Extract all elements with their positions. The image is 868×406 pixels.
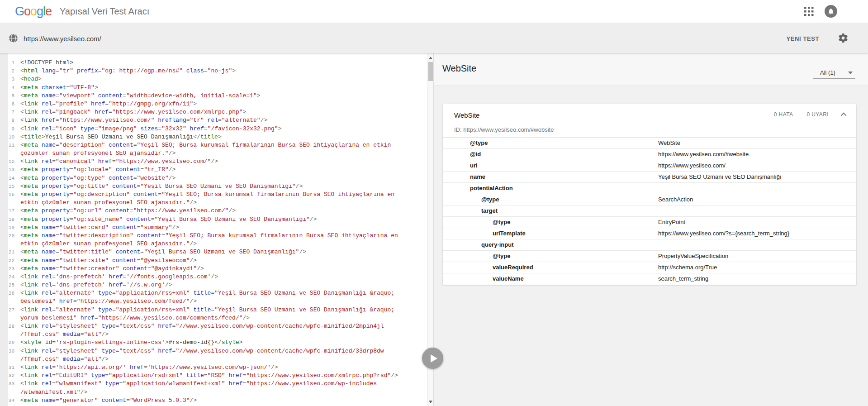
code-line: 12<link rel="canonical" href="https://ww…	[0, 158, 427, 166]
code-line: 8<link href="https://www.yesilseo.com/" …	[0, 116, 427, 124]
code-line-wrap: /wlwmanifest.xml"/>	[0, 388, 427, 396]
code-text: <meta property="og:site_name" content="Y…	[20, 216, 317, 223]
code-line-wrap: çözümler sunan profesyonel SEO ajansıdır…	[0, 149, 427, 158]
line-number: 27	[0, 306, 14, 314]
apps-grid-icon[interactable]	[804, 7, 814, 16]
code-text: <meta name="twitter:card" content="summa…	[20, 224, 179, 231]
code-line: 13<meta property="og:locale" content="tr…	[0, 166, 427, 174]
code-line: 34<meta name="generator" content="WordPr…	[0, 396, 427, 405]
line-number: 5	[0, 92, 14, 100]
schema-property-row[interactable]: query-input	[443, 239, 856, 251]
result-filter-select[interactable]: All (1)	[813, 67, 855, 79]
code-text: <link rel="alternate" type="application/…	[20, 290, 394, 296]
line-number: 24	[0, 273, 14, 281]
code-text: <link rel="stylesheet" type="text/css" h…	[20, 348, 384, 354]
schema-property-row[interactable]: @typeEntryPoint	[443, 217, 856, 228]
code-text: <link href="https://www.yesilseo.com/" h…	[20, 117, 267, 124]
settings-gear-icon[interactable]	[838, 33, 849, 43]
line-number: 2	[0, 67, 14, 75]
run-test-button[interactable]	[422, 348, 443, 369]
notifications-bell-icon[interactable]	[825, 5, 837, 18]
code-text: <meta name="description" content="Yeşil …	[20, 142, 391, 148]
line-number: 15	[0, 182, 14, 191]
property-value: https://www.yesilseo.com/#website	[658, 149, 749, 160]
schema-id-line: ID: https://www.yesilseo.com/#website	[443, 125, 856, 138]
line-number: 31	[0, 363, 14, 372]
scrollbar-thumb[interactable]	[428, 62, 433, 81]
schema-property-row[interactable]: nameYeşil Bursa SEO Uzmanı ve SEO Danışm…	[443, 172, 856, 183]
code-text: <meta property="og:type" content="websit…	[20, 175, 175, 182]
line-number: 23	[0, 265, 14, 273]
code-text: <meta charset="UTF-8">	[20, 84, 98, 91]
play-icon	[431, 354, 437, 363]
google-logo[interactable]: Google	[15, 5, 52, 19]
code-text: <link rel="canonical" href="https://www.…	[20, 158, 218, 165]
property-value: WebSite	[658, 138, 680, 148]
line-number: 34	[0, 396, 14, 405]
collapse-chevron-icon[interactable]	[841, 112, 847, 118]
code-text: <html lang="tr" prefix="og: http://ogp.m…	[20, 67, 236, 74]
line-number: 11	[0, 141, 14, 149]
schema-property-row[interactable]: target	[443, 205, 856, 217]
property-key: @id	[470, 151, 481, 158]
property-key: urlTemplate	[493, 230, 526, 237]
scroll-up-arrow[interactable]	[427, 54, 434, 61]
code-line: 27<link rel="alternate" type="applicatio…	[0, 306, 427, 314]
top-bar: Google Yapısal Veri Test Aracı	[0, 0, 868, 23]
schema-property-row[interactable]: @typePropertyValueSpecification	[443, 251, 856, 262]
code-text: <link rel="icon" type="image/png" sizes=…	[20, 125, 281, 132]
code-lines: 1<!DOCTYPE html>2<html lang="tr" prefix=…	[0, 59, 427, 405]
source-code-panel[interactable]: 1<!DOCTYPE html>2<html lang="tr" prefix=…	[0, 53, 427, 406]
code-line: 32<link rel="EditURI" type="application/…	[0, 372, 427, 380]
line-number: 9	[0, 125, 14, 133]
schema-property-row[interactable]: @idhttps://www.yesilseo.com/#website	[443, 149, 856, 160]
code-line: 24<link rel='dns-prefetch' href='//fonts…	[0, 273, 427, 281]
schema-card: WebSite 0 HATA 0 UYARI ID: https://www.y…	[443, 104, 856, 285]
code-text: /wlwmanifest.xml"/>	[20, 389, 87, 396]
line-number: 25	[0, 281, 14, 289]
property-value: EntryPoint	[658, 217, 685, 228]
line-number: 3	[0, 75, 14, 83]
schema-property-row[interactable]: potentialAction	[443, 183, 856, 194]
new-test-button[interactable]: YENİ TEST	[786, 35, 819, 42]
chevron-down-icon	[848, 72, 853, 74]
code-line: 29<style id='rs-plugin-settings-inline-c…	[0, 339, 427, 347]
property-value: https://www.yesilseo.com/	[658, 160, 726, 171]
filter-selected-value: All (1)	[820, 69, 835, 76]
code-text: <meta name="twitter:site" content="@yesi…	[20, 257, 197, 264]
code-text: <link rel='dns-prefetch' href='//s.w.org…	[20, 282, 172, 288]
code-text: <meta name="viewport" content="width=dev…	[20, 92, 261, 99]
schema-property-row[interactable]: valueNamesearch_term_string	[443, 273, 856, 285]
property-key: valueName	[493, 275, 524, 282]
schema-property-row[interactable]: @typeSearchAction	[443, 194, 856, 205]
line-number: 28	[0, 322, 14, 330]
code-text: etkin çözümler sunan profesyonel SEO aja…	[20, 240, 197, 247]
code-line: 19<meta name="twitter:card" content="sum…	[0, 224, 427, 232]
code-text: <meta name="generator" content="WordPres…	[20, 397, 197, 404]
property-value: search_term_string	[658, 273, 708, 284]
logo-letter: e	[45, 5, 52, 18]
property-key: @type	[481, 196, 499, 203]
url-toolbar: https://www.yesilseo.com/ YENİ TEST	[0, 23, 868, 53]
schema-property-row[interactable]: urlhttps://www.yesilseo.com/	[443, 160, 856, 172]
logo-letter: g	[37, 5, 43, 18]
code-text: beslemesi" href="https://www.yesilseo.co…	[20, 298, 197, 305]
warning-count-badge: 0 UYARI	[806, 111, 829, 118]
code-line: 7<link rel="pingback" href="https://www.…	[0, 108, 427, 116]
property-value: SearchAction	[658, 194, 693, 205]
property-key: target	[481, 207, 498, 214]
line-number: 18	[0, 215, 14, 224]
schema-property-row[interactable]: @typeWebSite	[443, 138, 856, 149]
logo-letter: o	[24, 5, 30, 18]
code-line: 3<head>	[0, 75, 427, 83]
code-line-wrap: etkin çözümler sunan profesyonel SEO aja…	[0, 240, 427, 248]
property-key: query-input	[481, 241, 514, 248]
schema-property-row[interactable]: urlTemplatehttps://www.yesilseo.com/?s={…	[443, 228, 856, 239]
code-line-wrap: beslemesi" href="https://www.yesilseo.co…	[0, 297, 427, 306]
schema-type-title: WebSite	[442, 63, 476, 74]
property-value: http://schema.org/True	[658, 262, 717, 273]
line-number: 29	[0, 339, 14, 347]
schema-property-row[interactable]: valueRequiredhttp://schema.org/True	[443, 262, 856, 273]
scroll-down-arrow[interactable]	[427, 398, 434, 405]
property-key: @type	[493, 253, 510, 259]
